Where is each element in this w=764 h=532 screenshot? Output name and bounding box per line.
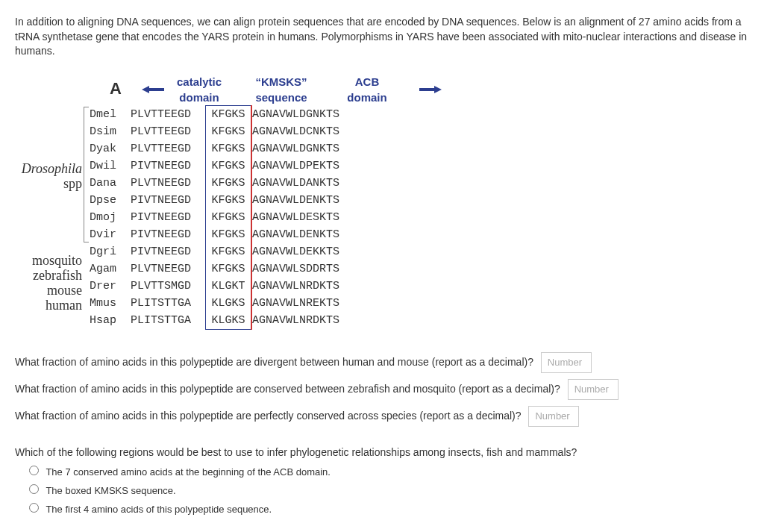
seq-row: HsapPLITSTTGAKLGKSAGNAVWLNRDKTS bbox=[90, 312, 339, 330]
radio-c[interactable] bbox=[29, 503, 39, 513]
seg-catalytic: PLVTNEEGD bbox=[131, 175, 206, 192]
seg-acb: AGNAVWLNRDKTS bbox=[251, 312, 339, 330]
species-code: Dvir bbox=[90, 226, 131, 243]
seg-kmsks: KFGKS bbox=[206, 157, 252, 175]
species-code: Agam bbox=[90, 260, 131, 278]
radio-b[interactable] bbox=[29, 484, 39, 494]
seg-acb: AGNAVWLDANKTS bbox=[251, 175, 339, 192]
svg-marker-1 bbox=[419, 86, 442, 93]
seg-catalytic: PLVTTSMGD bbox=[131, 278, 206, 295]
seg-acb: AGNAVWLDPEKTS bbox=[251, 157, 339, 175]
mc-label-c: The first 4 amino acids of this polypept… bbox=[46, 504, 272, 515]
seg-acb: AGNAVWLDESKTS bbox=[251, 209, 339, 226]
seg-acb: AGNAVWLNREKTS bbox=[251, 295, 339, 312]
header-catalytic-2: domain bbox=[151, 90, 248, 105]
header-kmsks-2: sequence bbox=[248, 90, 315, 105]
seg-catalytic: PIVTNEEGD bbox=[131, 226, 206, 243]
intro-text: In addition to aligning DNA sequences, w… bbox=[15, 15, 749, 59]
seg-catalytic: PIVTNEEGD bbox=[131, 209, 206, 226]
species-code: Dsim bbox=[90, 123, 131, 140]
drosophila-bracket bbox=[84, 107, 89, 242]
seq-row: AgamPLVTNEEGDKFGKSAGNAVWLSDDRTS bbox=[90, 260, 339, 278]
seg-acb: AGNAVWLDCNKTS bbox=[251, 123, 339, 140]
seg-kmsks: KFGKS bbox=[206, 140, 252, 157]
seq-row: DmelPLVTTEEGDKFGKSAGNAVWLDGNKTS bbox=[90, 105, 339, 123]
seg-acb: AGNAVWLDEKKTS bbox=[251, 243, 339, 260]
seg-catalytic: PIVTNEEGD bbox=[131, 192, 206, 209]
question-2: What fraction of amino acids in this pol… bbox=[15, 379, 749, 400]
seg-kmsks: KFGKS bbox=[206, 123, 252, 140]
q2-text: What fraction of amino acids in this pol… bbox=[15, 383, 560, 395]
seg-kmsks: KFGKS bbox=[206, 192, 252, 209]
seq-row: DanaPLVTNEEGDKFGKSAGNAVWLDANKTS bbox=[90, 175, 339, 192]
seq-row: DrerPLVTTSMGDKLGKTAGNAVWLNRDKTS bbox=[90, 278, 339, 295]
species-code: Dpse bbox=[90, 192, 131, 209]
q1-text: What fraction of amino acids in this pol… bbox=[15, 356, 533, 368]
species-code: Dwil bbox=[90, 157, 131, 175]
species-code: Dyak bbox=[90, 140, 131, 157]
seg-catalytic: PLVTTEEGD bbox=[131, 123, 206, 140]
seq-row: DsimPLVTTEEGDKFGKSAGNAVWLDCNKTS bbox=[90, 123, 339, 140]
header-kmsks-1: “KMSKS” bbox=[248, 74, 315, 90]
seg-kmsks: KFGKS bbox=[206, 209, 252, 226]
seg-catalytic: PIVTNEEGD bbox=[131, 157, 206, 175]
mc-option-b[interactable]: The boxed KMSKS sequence. bbox=[25, 482, 749, 498]
seg-catalytic: PLITSTTGA bbox=[131, 312, 206, 330]
alignment-figure: Drosophila spp mosquito zebrafish mouse … bbox=[90, 74, 749, 330]
seg-acb: AGNAVWLDENKTS bbox=[251, 226, 339, 243]
seg-kmsks: KFGKS bbox=[206, 175, 252, 192]
seg-catalytic: PLVTTEEGD bbox=[131, 105, 206, 123]
species-code: Dana bbox=[90, 175, 131, 192]
seg-kmsks: KFGKS bbox=[206, 105, 252, 123]
seq-row: DyakPLVTTEEGDKFGKSAGNAVWLDGNKTS bbox=[90, 140, 339, 157]
seg-acb: AGNAVWLNRDKTS bbox=[251, 278, 339, 295]
q1-input[interactable]: Number bbox=[541, 352, 592, 373]
seg-catalytic: PIVTNEEGD bbox=[131, 243, 206, 260]
seg-kmsks: KFGKS bbox=[206, 226, 252, 243]
species-code: Drer bbox=[90, 278, 131, 295]
header-catalytic-1: catalytic bbox=[151, 74, 248, 90]
species-code: Mmus bbox=[90, 295, 131, 312]
seq-row: DpsePIVTNEEGDKFGKSAGNAVWLDENKTS bbox=[90, 192, 339, 209]
species-code: Dgri bbox=[90, 243, 131, 260]
mc-option-c[interactable]: The first 4 amino acids of this polypept… bbox=[25, 501, 749, 516]
q3-text: What fraction of amino acids in this pol… bbox=[15, 410, 522, 422]
seq-row: DgriPIVTNEEGDKFGKSAGNAVWLDEKKTS bbox=[90, 243, 339, 260]
seg-kmsks: KFGKS bbox=[206, 243, 252, 260]
mc-prompt: Which of the following regions would be … bbox=[15, 445, 749, 460]
q2-input[interactable]: Number bbox=[568, 379, 619, 400]
seg-kmsks: KFGKS bbox=[206, 260, 252, 278]
radio-a[interactable] bbox=[29, 466, 39, 475]
seg-acb: AGNAVWLDENKTS bbox=[251, 192, 339, 209]
seg-acb: AGNAVWLDGNKTS bbox=[251, 105, 339, 123]
question-1: What fraction of amino acids in this pol… bbox=[15, 352, 749, 373]
panel-letter: A bbox=[90, 78, 142, 101]
seg-kmsks: KLGKS bbox=[206, 295, 252, 312]
label-spp: spp bbox=[15, 175, 82, 193]
species-code: Dmoj bbox=[90, 209, 131, 226]
seg-kmsks: KLGKT bbox=[206, 278, 252, 295]
seq-row: DwilPIVTNEEGDKFGKSAGNAVWLDPEKTS bbox=[90, 157, 339, 175]
arrow-right-icon bbox=[419, 85, 442, 94]
sequence-table: DmelPLVTTEEGDKFGKSAGNAVWLDGNKTSDsimPLVTT… bbox=[90, 105, 339, 330]
seq-row: MmusPLITSTTGAKLGKSAGNAVWLNREKTS bbox=[90, 295, 339, 312]
mc-option-a[interactable]: The 7 conserved amino acids at the begin… bbox=[25, 463, 749, 479]
species-code: Dmel bbox=[90, 105, 131, 123]
seg-catalytic: PLVTTEEGD bbox=[131, 140, 206, 157]
q3-input[interactable]: Number bbox=[528, 406, 579, 427]
question-3: What fraction of amino acids in this pol… bbox=[15, 406, 749, 427]
header-acb-1: ACB bbox=[315, 74, 419, 90]
seg-acb: AGNAVWLSDDRTS bbox=[251, 260, 339, 278]
mc-label-b: The boxed KMSKS sequence. bbox=[46, 485, 175, 496]
header-acb-2: domain bbox=[315, 90, 419, 105]
seg-kmsks: KLGKS bbox=[206, 312, 252, 330]
label-human: human bbox=[15, 296, 82, 315]
mc-label-a: The 7 conserved amino acids at the begin… bbox=[46, 466, 331, 478]
species-code: Hsap bbox=[90, 312, 131, 330]
seg-catalytic: PLVTNEEGD bbox=[131, 260, 206, 278]
seq-row: DmojPIVTNEEGDKFGKSAGNAVWLDESKTS bbox=[90, 209, 339, 226]
seg-catalytic: PLITSTTGA bbox=[131, 295, 206, 312]
seq-row: DvirPIVTNEEGDKFGKSAGNAVWLDENKTS bbox=[90, 226, 339, 243]
seg-acb: AGNAVWLDGNKTS bbox=[251, 140, 339, 157]
